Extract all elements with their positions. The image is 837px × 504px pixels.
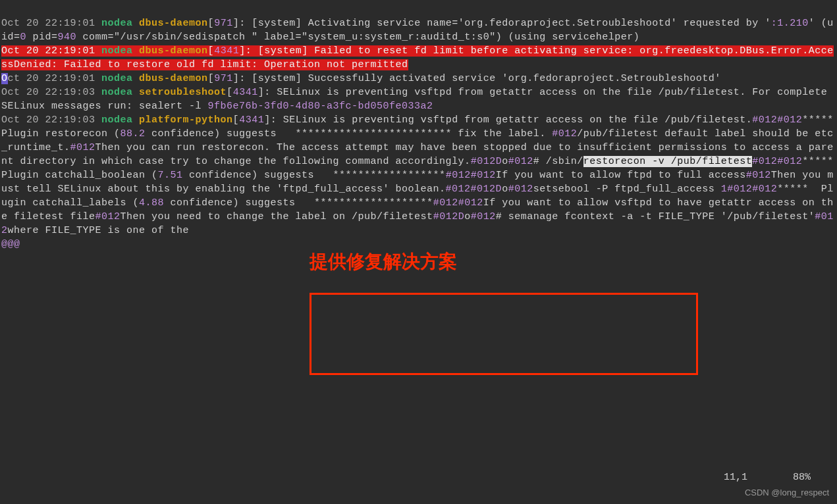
trailing-indicator: @@@ <box>1 239 20 250</box>
log-date: Oct 20 22:19:01 <box>1 18 95 29</box>
cursor-position: O <box>1 73 8 84</box>
log-error-line: Oct 20 22:19:01 nodea dbus-daemon[4341]:… <box>1 45 834 70</box>
annotation-highlight-box <box>310 293 698 375</box>
csdn-watermark: CSDN @long_respect <box>745 487 829 499</box>
vim-status-bar: 11,1 88% <box>724 470 811 484</box>
restorecon-command: restorecon -v /pub/filetest <box>583 156 753 167</box>
cursor-position-indicator: 11,1 <box>724 472 747 483</box>
log-pid: 971 <box>214 18 233 29</box>
scroll-percentage: 88% <box>793 472 811 483</box>
terminal-log[interactable]: Oct 20 22:19:01 nodea dbus-daemon[971]: … <box>1 3 836 251</box>
annotation-label: 提供修复解决方案 <box>310 249 457 274</box>
log-host: nodea <box>101 18 133 29</box>
log-process: dbus-daemon <box>139 18 208 29</box>
